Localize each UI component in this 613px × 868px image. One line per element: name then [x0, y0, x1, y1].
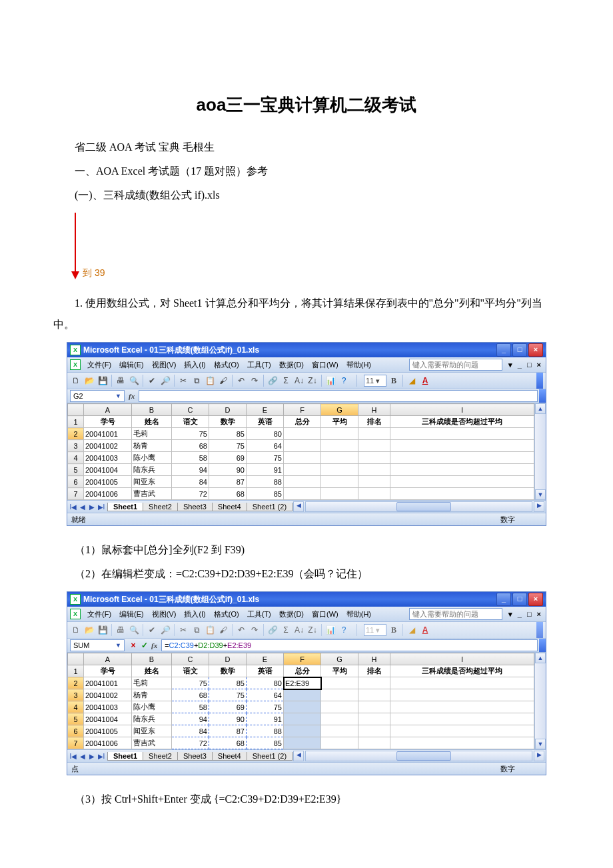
enter-icon[interactable]: ✓	[140, 641, 149, 650]
menu-item[interactable]: 窗口(W)	[308, 610, 342, 618]
cell[interactable]: 84	[172, 476, 209, 488]
cell[interactable]: 20041002	[84, 440, 132, 452]
cell[interactable]	[284, 737, 321, 749]
cell[interactable]	[358, 452, 390, 464]
row-header[interactable]: 5	[68, 713, 84, 725]
cell[interactable]: 20041002	[84, 689, 132, 701]
cell[interactable]: 20041001	[84, 428, 132, 440]
cell[interactable]: 陆东兵	[132, 713, 172, 725]
sheet-tab[interactable]: Sheet3	[177, 503, 213, 511]
autosum-icon[interactable]: Σ	[280, 375, 292, 387]
doc-minimize-icon[interactable]: ▾	[506, 610, 514, 619]
tab-prev-icon[interactable]: ◀	[78, 503, 87, 511]
maximize-button[interactable]: □	[512, 593, 527, 606]
formula-input[interactable]	[139, 390, 538, 402]
sheet-tab[interactable]: Sheet3	[177, 752, 213, 761]
cell[interactable]: 85	[247, 488, 284, 500]
menu-item[interactable]: 帮助(H)	[342, 361, 375, 369]
menu-item[interactable]: 文件(F)	[83, 361, 115, 369]
cell[interactable]	[321, 701, 358, 713]
cell[interactable]: 88	[247, 476, 284, 488]
chart-icon[interactable]: 📊	[324, 375, 336, 387]
column-header[interactable]: B	[132, 404, 172, 416]
scroll-left-icon[interactable]: ◀	[293, 751, 304, 761]
cell[interactable]: 20041003	[84, 701, 132, 713]
doc-restore-button[interactable]: □	[525, 610, 534, 619]
cell[interactable]	[321, 713, 358, 725]
cell[interactable]	[390, 488, 534, 500]
open-icon[interactable]: 📂	[83, 375, 95, 387]
cell[interactable]	[284, 713, 321, 725]
column-header[interactable]: G	[321, 404, 358, 416]
font-color-icon[interactable]: A	[419, 375, 431, 387]
open-icon[interactable]: 📂	[83, 624, 95, 636]
data-header-cell[interactable]: 英语	[247, 665, 284, 677]
cell[interactable]: 曹吉武	[132, 737, 172, 749]
cell[interactable]: 75	[209, 689, 247, 701]
column-header[interactable]: C	[172, 653, 209, 665]
cell[interactable]: 94	[172, 464, 209, 476]
row-header[interactable]: 2	[68, 428, 84, 440]
cell[interactable]: 75	[172, 677, 209, 689]
cell[interactable]	[321, 428, 358, 440]
cell[interactable]: 杨青	[132, 440, 172, 452]
cell[interactable]	[390, 476, 534, 488]
data-header-cell[interactable]: 排名	[358, 416, 390, 428]
minimize-button[interactable]: _	[496, 593, 511, 606]
cell[interactable]: 陈小鹰	[132, 452, 172, 464]
select-all-corner[interactable]	[68, 653, 84, 665]
sort-desc-icon[interactable]: Z↓	[306, 624, 318, 636]
chart-icon[interactable]: 📊	[324, 624, 336, 636]
cell[interactable]	[390, 428, 534, 440]
data-header-cell[interactable]: 总分	[284, 665, 321, 677]
cell[interactable]: 64	[247, 689, 284, 701]
research-icon[interactable]: 🔎	[159, 624, 171, 636]
cell[interactable]	[358, 725, 390, 737]
cell[interactable]: 20041001	[84, 677, 132, 689]
doc-minimize-button[interactable]: _	[516, 361, 524, 369]
cell[interactable]	[390, 725, 534, 737]
cell[interactable]	[390, 677, 534, 689]
cell[interactable]	[284, 488, 321, 500]
row-header[interactable]: 1	[68, 665, 84, 677]
cell[interactable]	[284, 689, 321, 701]
save-icon[interactable]: 💾	[97, 624, 109, 636]
menu-item[interactable]: 文件(F)	[83, 610, 115, 618]
save-icon[interactable]: 💾	[97, 375, 109, 387]
paste-icon[interactable]: 📋	[204, 624, 216, 636]
cell[interactable]: 68	[172, 689, 209, 701]
print-icon[interactable]: 🖶	[115, 375, 127, 387]
help-search-input[interactable]	[409, 608, 502, 620]
cell[interactable]	[390, 689, 534, 701]
cell[interactable]: 72	[172, 488, 209, 500]
cell[interactable]: 20041005	[84, 725, 132, 737]
menu-item[interactable]: 视图(V)	[148, 610, 181, 618]
horizontal-scrollbar[interactable]: ◀ ▶	[292, 501, 546, 512]
cell[interactable]: 20041006	[84, 488, 132, 500]
cell[interactable]	[284, 428, 321, 440]
cell[interactable]: 80	[247, 428, 284, 440]
sort-desc-icon[interactable]: Z↓	[306, 375, 318, 387]
data-header-cell[interactable]: 平均	[321, 416, 358, 428]
menu-item[interactable]: 编辑(E)	[115, 610, 148, 618]
cell[interactable]	[390, 713, 534, 725]
cell[interactable]: 87	[209, 725, 247, 737]
tab-nav-buttons[interactable]: I◀ ◀ ▶ ▶I	[67, 753, 107, 760]
redo-icon[interactable]: ↷	[249, 624, 261, 636]
cell[interactable]	[358, 713, 390, 725]
row-header[interactable]: 5	[68, 464, 84, 476]
sheet-tab[interactable]: Sheet1	[107, 752, 143, 761]
column-header[interactable]: I	[390, 653, 534, 665]
cell[interactable]: 75	[209, 440, 247, 452]
scroll-down-icon[interactable]: ▼	[535, 739, 546, 749]
column-header[interactable]: A	[84, 653, 132, 665]
cell[interactable]	[284, 464, 321, 476]
cell[interactable]: 58	[172, 452, 209, 464]
cell[interactable]: 85	[209, 677, 247, 689]
menu-item[interactable]: 数据(D)	[275, 361, 308, 369]
cell[interactable]: 91	[247, 713, 284, 725]
cell[interactable]	[321, 440, 358, 452]
cell[interactable]	[358, 677, 390, 689]
select-all-corner[interactable]	[68, 404, 84, 416]
cell[interactable]: 毛莉	[132, 677, 172, 689]
